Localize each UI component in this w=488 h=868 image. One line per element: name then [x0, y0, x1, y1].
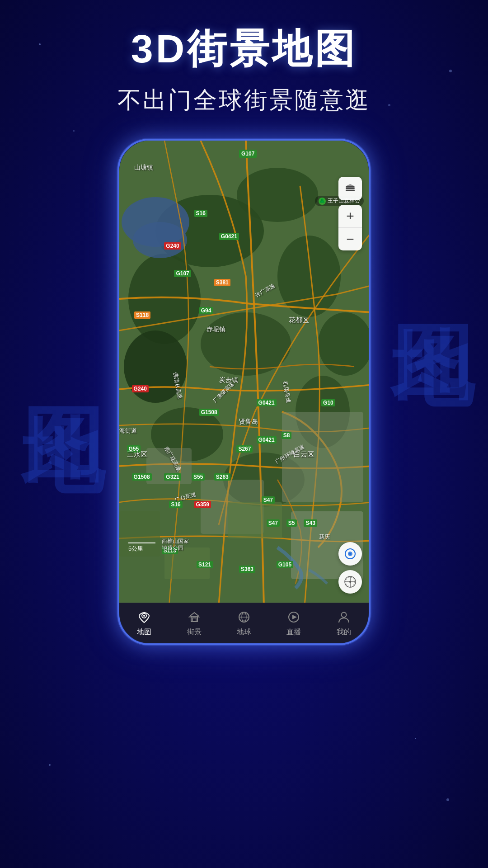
sub-title: 不出门全球街景随意逛 [117, 85, 371, 116]
layers-button[interactable] [338, 177, 362, 200]
place-labels-layer: 山塘镇 赤坭镇 炭步镇 花都区 贤鲁岛 三水区 白云区 海街道 西樵山国家地质公… [119, 141, 369, 603]
nav-item-live[interactable]: 直播 [285, 609, 303, 637]
bottom-nav: 地图 [119, 603, 369, 643]
map-controls: + − [338, 177, 362, 250]
nav-label-street: 街景 [187, 627, 202, 637]
scale-indicator: 5公里 [128, 542, 155, 553]
label-xiqiao: 西樵山国家地质公园 [162, 538, 189, 552]
map-container[interactable]: G107 S16 G240 G107 G0421 S381 G94 [119, 141, 369, 603]
compass-button[interactable] [338, 570, 362, 594]
phone-mockup: G107 S16 G240 G107 G0421 S381 G94 [117, 139, 371, 645]
scale-text: 5公里 [128, 545, 143, 552]
nav-label-map: 地图 [137, 627, 151, 637]
label-xugao: 许广高速 [254, 282, 277, 300]
label-nanguanzhu: 南广珠高速 [163, 445, 183, 472]
nav-item-profile[interactable]: 我的 [335, 609, 353, 637]
zoom-group: + − [338, 205, 362, 250]
street-nav-icon [185, 609, 203, 625]
nav-item-map[interactable]: 地图 [135, 609, 153, 637]
svg-marker-23 [346, 184, 355, 186]
label-xinqing: 新庆 [319, 533, 330, 541]
zoom-out-button[interactable]: − [338, 228, 362, 250]
main-title: 3D街景地图 [117, 27, 371, 71]
svg-rect-35 [192, 618, 196, 622]
svg-rect-20 [346, 186, 355, 188]
live-nav-icon [285, 609, 303, 625]
phone-outer: G107 S16 G240 G107 G0421 S381 G94 [117, 139, 371, 645]
nav-item-globe[interactable]: 地球 [235, 609, 253, 637]
zoom-in-button[interactable]: + [338, 205, 362, 227]
phone-screen: G107 S16 G240 G107 G0421 S381 G94 [119, 141, 369, 643]
label-shantang: 山塘镇 [134, 164, 153, 172]
svg-rect-21 [346, 188, 355, 189]
label-sanshui: 三水区 [127, 450, 147, 459]
label-chini: 赤坭镇 [206, 326, 225, 334]
svg-point-41 [341, 613, 346, 618]
streetview-button[interactable] [338, 542, 362, 566]
zoom-out-icon: − [346, 231, 354, 247]
compass-icon [343, 575, 357, 589]
nav-label-profile: 我的 [337, 627, 351, 637]
nav-label-live: 直播 [286, 627, 301, 637]
svg-point-33 [143, 615, 145, 617]
page-container: 地图 地图 3D街景地图 不出门全球街景随意逛 [0, 0, 488, 868]
svg-marker-40 [292, 615, 297, 619]
nav-item-street[interactable]: 街景 [185, 609, 203, 637]
zoom-in-icon: + [346, 208, 354, 224]
label-guangtai: 广台高速 [174, 491, 197, 504]
svg-point-26 [349, 553, 351, 555]
map-controls-bottom [338, 542, 362, 594]
streetview-icon [343, 547, 357, 561]
title-section: 3D街景地图 不出门全球街景随意逛 [117, 27, 371, 116]
svg-rect-22 [346, 190, 355, 191]
label-haijie: 海街道 [119, 427, 137, 435]
label-huadu: 花都区 [289, 316, 309, 325]
scale-line [128, 542, 155, 543]
forest-icon: 🌲 [319, 198, 326, 205]
label-jichang: 机场高速 [282, 381, 293, 403]
nav-label-globe: 地球 [237, 627, 251, 637]
label-xianlu: 贤鲁岛 [239, 418, 258, 426]
profile-nav-icon [335, 609, 353, 625]
label-foqingcong: 佛清从高速 [172, 372, 184, 400]
globe-nav-icon [235, 609, 253, 625]
layers-icon [344, 182, 357, 195]
map-nav-icon [135, 609, 153, 625]
